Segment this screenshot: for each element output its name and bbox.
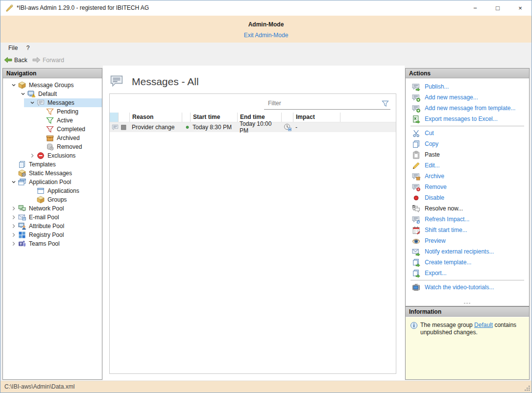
- chevron-down-icon[interactable]: [9, 81, 18, 89]
- tree-item-archived[interactable]: Archived: [3, 134, 102, 142]
- chevron-right-icon[interactable]: [9, 205, 18, 212]
- tree-item-static-messages[interactable]: Static Messages: [3, 169, 102, 178]
- chevron-right-icon[interactable]: [9, 213, 18, 221]
- resolve-icon: [412, 205, 420, 213]
- action-refresh-impact[interactable]: Refresh Impact...: [406, 214, 529, 225]
- action-export-to-excel[interactable]: Export messages to Excel...: [406, 114, 529, 124]
- chevron-down-icon[interactable]: [28, 99, 37, 107]
- static-messages-icon: [18, 169, 26, 177]
- header-impact[interactable]: Impact: [293, 113, 340, 122]
- header-impact-icon-column: [282, 113, 293, 122]
- pending-funnel-icon: [46, 108, 54, 116]
- filter-box: [264, 97, 390, 110]
- archive-message-icon: [412, 172, 420, 181]
- impact-clock-icon: [284, 123, 291, 131]
- menu-file[interactable]: File: [5, 43, 21, 54]
- header-start-time[interactable]: Start time: [191, 113, 238, 122]
- tree-item-exclusions[interactable]: Exclusions: [3, 151, 102, 160]
- maximize-button[interactable]: □: [486, 0, 509, 16]
- header-reason[interactable]: Reason: [130, 113, 182, 122]
- action-preview[interactable]: Preview: [406, 235, 529, 246]
- registry-pool-icon: [18, 231, 26, 239]
- header-selection-column: [110, 113, 119, 122]
- teams-pool-icon: [18, 240, 26, 248]
- active-funnel-icon: [46, 116, 54, 124]
- tree-item-active[interactable]: Active: [3, 116, 102, 125]
- recycle-bin-icon: [46, 143, 54, 151]
- chevron-right-icon[interactable]: [9, 222, 18, 230]
- action-resolve-now: Resolve now...: [406, 203, 529, 214]
- chevron-right-icon[interactable]: [9, 240, 18, 248]
- filter-funnel-icon[interactable]: [382, 100, 389, 107]
- action-copy[interactable]: Copy: [406, 139, 529, 149]
- tree-item-templates[interactable]: Templates: [3, 160, 102, 169]
- app-window: *IBI-aws Admin 1.29.0 - registered for I…: [0, 0, 532, 393]
- tree-item-message-groups[interactable]: Message Groups: [3, 81, 102, 90]
- add-message-icon: [412, 93, 420, 102]
- action-notify-external-recipients[interactable]: Notify external recipients...: [406, 246, 529, 257]
- chevron-down-icon[interactable]: [19, 90, 27, 98]
- exit-admin-mode-link[interactable]: Exit Admin-Mode: [244, 32, 289, 39]
- information-panel: Information The message group Default co…: [405, 306, 530, 380]
- refresh-impact-icon: [412, 215, 420, 224]
- envelope-send-icon: [412, 248, 420, 256]
- minimize-button[interactable]: −: [464, 0, 486, 16]
- tree-item-removed[interactable]: Removed: [3, 142, 102, 151]
- navigation-panel-header: Navigation: [3, 69, 102, 78]
- action-add-message-from-template[interactable]: Add new message from template...: [406, 103, 529, 114]
- chevron-down-icon[interactable]: [9, 178, 18, 186]
- tree-item-applications[interactable]: Applications: [3, 186, 102, 195]
- action-remove[interactable]: Remove: [406, 182, 529, 192]
- action-watch-video-tutorials[interactable]: Watch the video-tutorials...: [406, 282, 529, 293]
- tree-item-registry-pool[interactable]: Registry Pool: [3, 231, 102, 239]
- panel-splitter-grip[interactable]: [406, 301, 529, 305]
- groups-icon: [37, 196, 45, 204]
- action-cut[interactable]: Cut: [406, 128, 529, 139]
- attribute-pool-icon: [18, 222, 26, 230]
- resize-grip[interactable]: [524, 385, 531, 392]
- message-row[interactable]: Provider change Today 8:30 PM Today 10:0…: [110, 122, 396, 132]
- grip-dots-icon: [463, 302, 471, 304]
- action-archive[interactable]: Archive: [406, 171, 529, 182]
- forward-arrow-icon: [32, 56, 41, 64]
- calendar-shift-icon: [412, 226, 420, 234]
- tree-item-email-pool[interactable]: E-mail Pool: [3, 213, 102, 222]
- tree-item-network-pool[interactable]: Network Pool: [3, 204, 102, 213]
- cell-impact: -: [293, 124, 340, 131]
- action-edit[interactable]: Edit...: [406, 160, 529, 171]
- back-button[interactable]: Back: [4, 54, 27, 66]
- chevron-right-icon[interactable]: [28, 152, 37, 160]
- add-message-template-icon: [412, 104, 420, 113]
- menu-bar: File ?: [0, 43, 532, 54]
- cell-reason: Provider change: [130, 124, 182, 131]
- tree-item-default[interactable]: Default: [3, 90, 102, 98]
- close-button[interactable]: ×: [509, 0, 532, 16]
- action-shift-start-time[interactable]: Shift start time...: [406, 225, 529, 235]
- default-group-link[interactable]: Default: [474, 322, 493, 328]
- action-disable[interactable]: Disable: [406, 192, 529, 203]
- action-add-new-message[interactable]: Add new message...: [406, 92, 529, 103]
- tree-item-attribute-pool[interactable]: Attribute Pool: [3, 222, 102, 231]
- publish-icon: [412, 83, 420, 91]
- action-publish[interactable]: Publish...: [406, 81, 529, 92]
- action-create-template[interactable]: Create template...: [406, 257, 529, 268]
- action-export[interactable]: Export...: [406, 268, 529, 278]
- clipboard-icon: [412, 151, 420, 159]
- tree-item-groups[interactable]: Groups: [3, 195, 102, 204]
- tree-item-completed[interactable]: Completed: [3, 125, 102, 134]
- pencil-icon: [412, 162, 420, 170]
- tree-item-messages[interactable]: Messages: [24, 98, 102, 107]
- actions-panel-header: Actions: [406, 69, 529, 78]
- menu-help[interactable]: ?: [23, 43, 33, 54]
- chevron-right-icon[interactable]: [9, 231, 18, 239]
- message-group-warning-icon: [27, 90, 35, 98]
- tree-item-teams-pool[interactable]: Teams Pool: [3, 239, 102, 248]
- scissors-icon: [412, 129, 420, 138]
- archive-box-icon: [46, 134, 54, 142]
- cell-end-time: Today 10:00 PM: [238, 120, 282, 134]
- tree-item-pending[interactable]: Pending: [3, 107, 102, 116]
- tree-item-application-pool[interactable]: Application Pool: [3, 178, 102, 186]
- filter-input[interactable]: [264, 97, 390, 110]
- message-groups-icon: [18, 81, 26, 89]
- active-status-icon: [184, 123, 191, 131]
